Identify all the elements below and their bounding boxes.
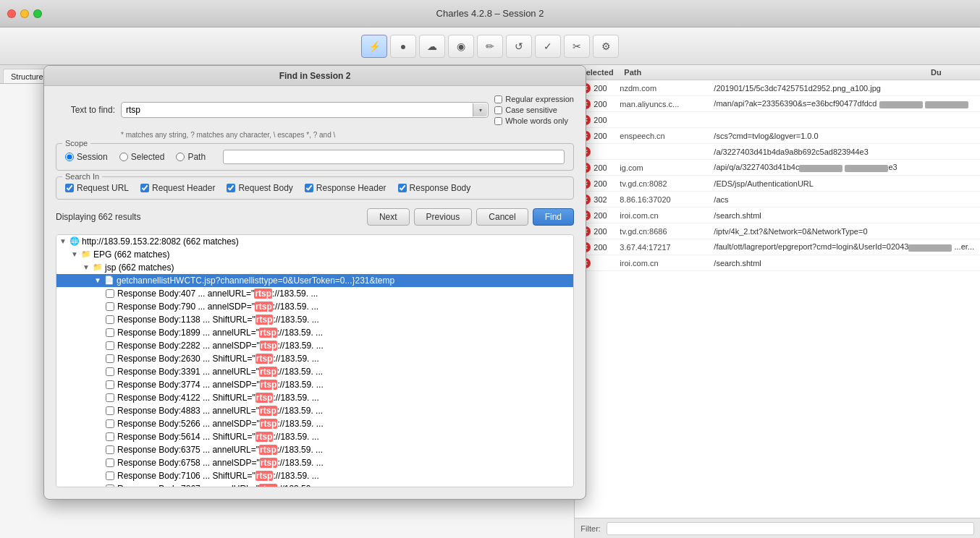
tree-match-15[interactable]: Response Body:7106 ... ShiftURL="rtsp://…	[56, 469, 573, 482]
list-item[interactable]: ✕ 200	[575, 112, 980, 128]
tree-match-4[interactable]: Response Body:1899 ... annelURL="rtsp://…	[56, 326, 573, 339]
tree-jsp-item[interactable]: ▼ 📁 jsp (662 matches)	[56, 261, 573, 274]
find-dialog: Find in Session 2 Text to find: ▾	[43, 65, 586, 500]
tree-match-12[interactable]: Response Body:5614 ... ShiftURL="rtsp://…	[56, 430, 573, 443]
list-item[interactable]: ✕ /a/3227403d41b4da9a8b692c5ad823944e3	[575, 144, 980, 160]
match-checkbox-9[interactable]	[106, 393, 114, 402]
case-sensitive-checkbox[interactable]	[494, 106, 502, 114]
content-area: Structure Code Find in Session 2 Text to…	[0, 65, 980, 538]
tree-match-5[interactable]: Response Body:2282 ... annelSDP="rtsp://…	[56, 339, 573, 352]
match-checkbox-14[interactable]	[106, 458, 114, 467]
file-icon: 📄	[104, 276, 114, 286]
tree-match-3[interactable]: Response Body:1138 ... ShiftURL="rtsp://…	[56, 313, 573, 326]
scissors-toolbar-btn[interactable]: ✂	[564, 35, 590, 58]
results-tree[interactable]: ▼ 🌐 http://183.59.153.22:8082 (662 match…	[56, 234, 574, 487]
tree-match-16[interactable]: Response Body:7867 ... annelURL="rtsp://…	[56, 482, 573, 487]
list-item[interactable]: ✕ 200 tv.gd.cn:8686 /iptv/4k_2.txt?&Netw…	[575, 223, 980, 239]
close-button[interactable]	[7, 9, 16, 18]
response-body-checkbox[interactable]	[398, 184, 407, 192]
match-checkbox-15[interactable]	[106, 471, 114, 480]
scope-path-radio[interactable]	[176, 153, 185, 161]
match-checkbox-5[interactable]	[106, 341, 114, 350]
request-url-checkbox[interactable]	[65, 184, 74, 192]
match-checkbox-13[interactable]	[106, 445, 114, 454]
next-button[interactable]: Next	[367, 208, 410, 226]
whole-words-option[interactable]: Whole words only	[494, 116, 574, 125]
tree-match-11[interactable]: Response Body:5266 ... annelSDP="rtsp://…	[56, 417, 573, 430]
lightning-toolbar-btn[interactable]: ⚡	[361, 35, 387, 58]
filter-input[interactable]	[607, 522, 974, 535]
response-body-option[interactable]: Response Body	[398, 183, 471, 193]
match-text-2: Response Body:790 ... annelSDP="rtsp://1…	[117, 302, 318, 312]
filter-toolbar-btn[interactable]: ◉	[448, 35, 474, 58]
minimize-button[interactable]	[20, 9, 29, 18]
list-item[interactable]: ✕ 302 8.86.16:37020 /acs	[575, 192, 980, 208]
list-item[interactable]: ✕ 200 enspeech.cn /scs?cmd=tvlog&logver=…	[575, 128, 980, 144]
maximize-button[interactable]	[33, 9, 42, 18]
tree-match-7[interactable]: Response Body:3391 ... annelURL="rtsp://…	[56, 365, 573, 378]
list-item[interactable]: ✕ 200 iroi.com.cn /search.shtml	[575, 208, 980, 223]
list-item[interactable]: ✕ 200 man.aliyuncs.c... /man/api?ak=2335…	[575, 96, 980, 112]
list-item[interactable]: ✕ iroi.com.cn /search.shtml	[575, 255, 980, 271]
status-code: 200	[594, 100, 620, 108]
scope-session-radio[interactable]	[65, 153, 74, 161]
scope-selected-option[interactable]: Selected	[119, 152, 165, 162]
tree-root-item[interactable]: ▼ 🌐 http://183.59.153.22:8082 (662 match…	[56, 235, 573, 248]
match-checkbox-2[interactable]	[106, 302, 114, 311]
cancel-button[interactable]: Cancel	[476, 208, 528, 226]
tree-match-14[interactable]: Response Body:6758 ... annelSDP="rtsp://…	[56, 456, 573, 469]
tree-match-1[interactable]: Response Body:407 ... annelURL="rtsp://1…	[56, 287, 573, 300]
find-input[interactable]	[121, 102, 489, 118]
match-checkbox-3[interactable]	[106, 315, 114, 324]
match-checkbox-1[interactable]	[106, 289, 114, 298]
match-checkbox-12[interactable]	[106, 432, 114, 441]
scope-path-option[interactable]: Path	[176, 152, 206, 162]
scope-session-option[interactable]: Session	[65, 152, 108, 162]
record-toolbar-btn[interactable]: ●	[390, 35, 416, 58]
request-body-option[interactable]: Request Body	[227, 183, 292, 193]
match-checkbox-7[interactable]	[106, 367, 114, 376]
request-body-checkbox[interactable]	[227, 184, 235, 192]
find-button[interactable]: Find	[533, 208, 574, 226]
pen-toolbar-btn[interactable]: ✏	[477, 35, 503, 58]
response-header-label: Response Header	[316, 183, 386, 193]
whole-words-checkbox[interactable]	[494, 117, 502, 125]
match-checkbox-8[interactable]	[106, 380, 114, 389]
match-checkbox-11[interactable]	[106, 419, 114, 428]
refresh-toolbar-btn[interactable]: ↺	[506, 35, 532, 58]
case-sensitive-option[interactable]: Case sensitive	[494, 106, 574, 114]
request-header-option[interactable]: Request Header	[140, 183, 215, 193]
match-checkbox-10[interactable]	[106, 406, 114, 415]
tree-match-10[interactable]: Response Body:4883 ... annelURL="rtsp://…	[56, 404, 573, 417]
match-text-16: Response Body:7867 ... annelURL="rtsp://…	[117, 484, 323, 487]
response-header-checkbox[interactable]	[305, 184, 313, 192]
match-checkbox-4[interactable]	[106, 328, 114, 337]
tree-match-9[interactable]: Response Body:4122 ... ShiftURL="rtsp://…	[56, 391, 573, 404]
request-url-option[interactable]: Request URL	[65, 183, 129, 193]
row-path: /iptv/4k_2.txt?&Network=0&NetworkType=0	[714, 227, 974, 236]
scope-path-input[interactable]	[223, 150, 565, 164]
cloud-toolbar-btn[interactable]: ☁	[419, 35, 445, 58]
regular-expression-checkbox[interactable]	[494, 95, 502, 103]
previous-button[interactable]: Previous	[414, 208, 473, 226]
tree-match-13[interactable]: Response Body:6375 ... annelURL="rtsp://…	[56, 443, 573, 456]
tree-epg-item[interactable]: ▼ 📁 EPG (662 matches)	[56, 248, 573, 261]
request-header-checkbox[interactable]	[140, 184, 149, 192]
tree-match-6[interactable]: Response Body:2630 ... ShiftURL="rtsp://…	[56, 352, 573, 365]
tree-match-8[interactable]: Response Body:3774 ... annelSDP="rtsp://…	[56, 378, 573, 391]
list-item[interactable]: ✕ 200 3.67.44:17217 /fault/ott/lagreport…	[575, 239, 980, 255]
response-header-option[interactable]: Response Header	[305, 183, 386, 193]
list-item[interactable]: ✕ 200 tv.gd.cn:8082 /EDS/jsp/Authenticat…	[575, 176, 980, 192]
scope-selected-radio[interactable]	[119, 153, 128, 161]
list-item[interactable]: ✕ 200 ig.com /api/q/a/3227403d41b4c e3	[575, 160, 980, 176]
regular-expression-option[interactable]: Regular expression	[494, 95, 574, 103]
status-code: 200	[594, 132, 620, 140]
tree-match-2[interactable]: Response Body:790 ... annelSDP="rtsp://1…	[56, 300, 573, 313]
match-checkbox-6[interactable]	[106, 354, 114, 363]
match-checkbox-16[interactable]	[106, 484, 114, 487]
settings-toolbar-btn[interactable]: ⚙	[593, 35, 619, 58]
find-input-dropdown-btn[interactable]: ▾	[473, 103, 487, 116]
tree-file-item[interactable]: ▼ 📄 getchannellistHWCTC.jsp?channellistt…	[56, 274, 573, 287]
list-item[interactable]: ✕ 200 nzdm.com /201901/15/5c3dc7425751d2…	[575, 80, 980, 96]
check-toolbar-btn[interactable]: ✓	[535, 35, 561, 58]
